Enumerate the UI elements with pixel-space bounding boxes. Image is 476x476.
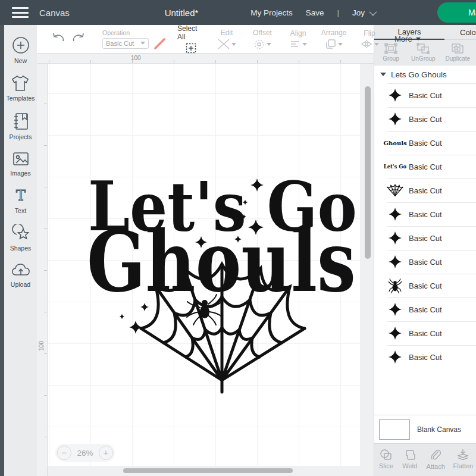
ruler-ticks [44, 64, 47, 476]
weld-icon [403, 449, 416, 461]
flip-menu[interactable]: Flip [356, 29, 383, 49]
plus-circle-icon [11, 36, 30, 55]
sidebar-item-shapes[interactable]: Shapes [10, 224, 32, 252]
weld-button[interactable]: Weld [398, 444, 422, 476]
notebook-icon [12, 112, 30, 131]
layer-row[interactable]: Basic Cut [374, 107, 476, 131]
slice-icon [380, 449, 393, 461]
offset-icon [253, 39, 265, 50]
left-edge-strip [0, 25, 4, 476]
ruler-ticks [37, 60, 374, 63]
zoom-out-button[interactable]: − [57, 446, 71, 460]
layer-group-header[interactable]: Lets Go Ghouls [374, 65, 476, 83]
vertical-ruler: 100 [37, 64, 48, 476]
paperclip-icon [430, 449, 441, 461]
tshirt-icon [10, 74, 30, 92]
layer-row[interactable]: Basic Cut [374, 345, 476, 369]
undo-button[interactable] [51, 32, 65, 47]
spider-web-icon [386, 184, 404, 197]
layer-row[interactable]: Basic Cut [374, 250, 476, 274]
canvas-label: Canvas [39, 8, 70, 18]
user-menu[interactable]: Joy [352, 8, 375, 17]
select-all-button[interactable]: Select All [177, 24, 205, 54]
chevron-down-icon [374, 43, 379, 46]
layer-row[interactable]: Basic Cut [374, 274, 476, 298]
arrange-menu[interactable]: Arrange [320, 29, 347, 49]
save-link[interactable]: Save [306, 8, 324, 17]
canvas-workspace: 100 100 Let's Go Ghouls [37, 54, 374, 476]
sidebar-item-new[interactable]: New [11, 36, 30, 64]
blank-canvas-row[interactable]: Blank Canvas [374, 415, 476, 443]
zoom-level: 26% [77, 449, 93, 458]
operation-select[interactable]: Basic Cut [102, 38, 149, 49]
chevron-down-icon [416, 37, 421, 40]
flatten-button[interactable]: Flatten [450, 444, 476, 476]
ungroup-icon [416, 43, 430, 54]
upload-cloud-icon [11, 262, 31, 278]
align-menu[interactable]: Align [284, 29, 312, 49]
my-projects-link[interactable]: My Projects [250, 8, 293, 17]
sparkle-icon [388, 112, 402, 126]
layer-row[interactable]: Basic Cut [374, 178, 476, 202]
panel-tabs: Layers Color Sync [374, 25, 476, 40]
sidebar-item-images[interactable]: Images [10, 151, 30, 177]
user-name: Joy [352, 8, 365, 17]
top-bar: Canvas Untitled* My Projects Save | Joy … [0, 0, 476, 25]
chevron-down-icon [140, 42, 145, 45]
svg-text:T: T [15, 187, 25, 204]
edit-pencils-icon [218, 39, 230, 49]
chevron-down-icon [302, 43, 307, 46]
edit-menu[interactable]: Edit [213, 29, 240, 49]
redo-button[interactable] [71, 32, 86, 47]
offset-menu[interactable]: Offset [249, 29, 276, 50]
sparkle-icon [388, 302, 402, 317]
lets-go-ghouls-design[interactable]: Let's Go Ghouls [48, 64, 360, 466]
collapse-caret-icon [380, 73, 386, 76]
layer-row[interactable]: Let's Go Basic Cut [374, 155, 476, 178]
ruler-top-100: 100 [131, 55, 141, 61]
text-thumbnail: Ghouls [383, 140, 406, 146]
vertical-scrollbar[interactable] [365, 86, 371, 259]
blank-canvas-thumbnail [379, 419, 410, 440]
select-all-icon [186, 43, 196, 54]
pen-color-icon[interactable] [153, 37, 167, 49]
sidebar-item-text[interactable]: T Text [12, 187, 30, 214]
spider-icon [389, 278, 402, 293]
layer-row[interactable]: Basic Cut [374, 321, 476, 345]
chevron-down-icon [231, 43, 236, 46]
layer-row[interactable]: Basic Cut [374, 202, 476, 226]
duplicate-button[interactable]: Duplicate [439, 40, 476, 65]
layer-row[interactable]: Basic Cut [374, 226, 476, 250]
attach-button[interactable]: Attach [422, 444, 450, 476]
sidebar-item-upload[interactable]: Upload [11, 262, 31, 288]
ungroup-button[interactable]: UnGroup [408, 40, 439, 65]
layer-row[interactable]: Basic Cut [374, 298, 476, 321]
slice-button[interactable]: Slice [374, 444, 398, 476]
sparkle-icon [388, 207, 402, 221]
more-menu[interactable]: More [394, 35, 421, 43]
undo-icon [51, 32, 65, 45]
sidebar-item-projects[interactable]: Projects [10, 112, 32, 140]
design-sidebar: New Templates Projects Images T Text Sha… [4, 25, 37, 476]
panel-footer: Slice Weld Attach Flatten [374, 443, 476, 476]
arrange-icon [325, 39, 336, 49]
tab-color-sync[interactable]: Color Sync [460, 25, 476, 40]
sidebar-item-templates[interactable]: Templates [7, 74, 35, 102]
zoom-in-button[interactable]: + [99, 446, 113, 460]
horizontal-scrollbar[interactable] [123, 468, 293, 473]
hamburger-menu-icon[interactable] [12, 7, 29, 18]
layer-row[interactable]: Basic Cut [374, 83, 476, 107]
project-title: Untitled* [165, 8, 199, 18]
layer-row[interactable]: Ghouls Basic Cut [374, 131, 476, 155]
edit-toolbar: Operation Basic Cut Select All Edit Offs… [37, 25, 374, 54]
topbar-separator: | [337, 8, 339, 17]
ruler-left-100: 100 [38, 341, 45, 351]
layers-panel: Layers Color Sync Group UnGroup Duplicat… [374, 25, 476, 476]
chevron-down-icon [369, 8, 377, 15]
sparkle-icon [388, 88, 402, 102]
make-it-button[interactable]: Make It [437, 2, 476, 23]
chevron-down-icon [267, 43, 271, 46]
redo-icon [71, 32, 86, 45]
horizontal-ruler: 100 [37, 54, 374, 64]
design-canvas[interactable]: Let's Go Ghouls [48, 64, 360, 466]
